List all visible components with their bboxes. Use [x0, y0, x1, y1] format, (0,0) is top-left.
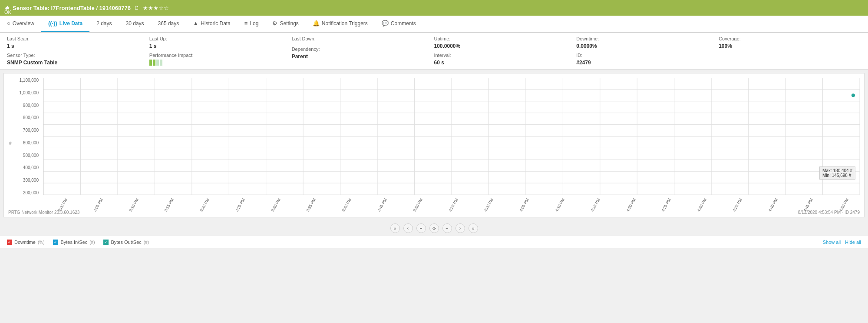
tab-label-overview: Overview: [13, 20, 34, 27]
copy-icon[interactable]: 🗋: [134, 5, 139, 11]
legend-unit-bytes-in: (#): [89, 240, 95, 245]
legend-unit-downtime: (%): [38, 240, 45, 245]
tab-icon-comments: 💬: [382, 20, 389, 27]
perf-bar-2: [153, 60, 155, 66]
y-label: 1,100,000: [8, 78, 39, 83]
tab-icon-notification-triggers: 🔔: [313, 20, 320, 27]
tab-overview[interactable]: ○Overview: [0, 16, 41, 32]
interval-value: 60 s: [434, 60, 576, 66]
header-status: OK: [4, 10, 11, 15]
nav-btn-next[interactable]: ›: [455, 223, 465, 233]
check-mark: ✓: [104, 240, 108, 244]
tab-log[interactable]: ≡Log: [238, 16, 266, 32]
legend-items: ✓Downtime (%)✓Bytes In/Sec (#)✓Bytes Out…: [7, 240, 814, 245]
tab-comments[interactable]: 💬Comments: [375, 16, 423, 32]
x-axis-labels: 3:00 PM3:05 PM3:10 PM3:15 PM3:20 PM3:25 …: [43, 195, 860, 208]
tab-historic-data[interactable]: ▲Historic Data: [186, 16, 238, 32]
legend-item-bytes-out: ✓Bytes Out/Sec (#): [103, 240, 149, 245]
chart-container: # 1,100,0001,000,000900,000800,000700,00…: [8, 78, 860, 208]
interval-label: Interval:: [434, 53, 576, 58]
id-value: #2479: [576, 60, 719, 66]
nav-btn-zoom-in[interactable]: +: [416, 223, 426, 233]
y-label: 1,000,000: [8, 90, 39, 95]
legend-label-bytes-in: Bytes In/Sec: [60, 240, 87, 245]
tab-settings[interactable]: ⚙Settings: [265, 16, 305, 32]
y-axis-labels: 1,100,0001,000,000900,000800,000700,0006…: [8, 78, 41, 195]
tab-label-live-data: Live Data: [59, 20, 83, 27]
last-down-label: Last Down:: [292, 36, 434, 41]
tab-icon-overview: ○: [7, 20, 10, 27]
perf-bars: [149, 60, 292, 66]
info-col-2: Last Up: 1 s Performance Impact:: [149, 36, 292, 66]
header-bar: ✱ Sensor Table: I7FrontendTable / 191406…: [0, 0, 868, 16]
tab-icon-settings: ⚙: [272, 20, 277, 27]
downtime-label: Downtime:: [576, 36, 719, 41]
tab-365days[interactable]: 365 days: [151, 16, 186, 32]
downtime-value: 0.0000%: [576, 43, 719, 49]
id-label: ID:: [576, 53, 719, 58]
info-col-5: Downtime: 0.0000% ID: #2479: [576, 36, 719, 66]
tab-30days[interactable]: 30 days: [119, 16, 151, 32]
y-label: 200,000: [8, 190, 39, 195]
chart-inner: Max: 180,404 # Min: 145,698 #: [43, 78, 860, 195]
legend-item-downtime: ✓Downtime (%): [7, 240, 44, 245]
legend-label-bytes-out: Bytes Out/Sec: [111, 240, 141, 245]
nav-btn-refresh[interactable]: ⟳: [429, 223, 439, 233]
tab-label-notification-triggers: Notification Triggers: [322, 20, 368, 27]
tab-notification-triggers[interactable]: 🔔Notification Triggers: [306, 16, 375, 32]
nav-btn-prev[interactable]: ‹: [403, 223, 413, 233]
info-col-6: Coverage: 100%: [719, 36, 861, 66]
tab-label-comments: Comments: [391, 20, 416, 27]
legend-unit-bytes-out: (#): [144, 240, 149, 245]
legend-bar: ✓Downtime (%)✓Bytes In/Sec (#)✓Bytes Out…: [0, 236, 868, 248]
show-all-link[interactable]: Show all: [823, 240, 841, 245]
tab-label-log: Log: [250, 20, 258, 27]
dependency-value: Parent: [292, 53, 434, 60]
legend-checkbox-bytes-out[interactable]: ✓: [103, 240, 109, 245]
last-up-label: Last Up:: [149, 36, 292, 41]
tab-live-data[interactable]: ((·))Live Data: [41, 16, 89, 32]
nav-btn-first[interactable]: «: [390, 223, 400, 233]
last-scan-label: Last Scan:: [7, 36, 149, 41]
chart-svg: [43, 78, 860, 195]
tab-label-settings: Settings: [280, 20, 298, 27]
svg-point-34: [851, 93, 855, 97]
legend-checkbox-downtime[interactable]: ✓: [7, 240, 12, 245]
coverage-value: 100%: [719, 43, 861, 49]
info-col-3: Last Down: Dependency: Parent: [292, 36, 434, 66]
tab-label-historic-data: Historic Data: [201, 20, 231, 27]
y-label: 600,000: [8, 140, 39, 145]
tab-label-365days: 365 days: [158, 20, 179, 27]
perf-impact-label: Performance Impact:: [149, 53, 292, 58]
nav-btn-last[interactable]: »: [469, 223, 478, 233]
star-rating[interactable]: ★★★☆☆: [143, 5, 169, 11]
nav-btn-zoom-out[interactable]: −: [442, 223, 452, 233]
legend-links: Show all Hide all: [823, 240, 861, 245]
sensor-type-label: Sensor Type:: [7, 53, 149, 58]
y-label: 800,000: [8, 115, 39, 120]
y-label: 900,000: [8, 103, 39, 108]
check-mark: ✓: [8, 240, 11, 244]
last-up-value: 1 s: [149, 43, 292, 49]
legend-label-downtime: Downtime: [14, 240, 36, 245]
chart-footer-left: PRTG Network Monitor 20.3.60.1623: [8, 210, 79, 215]
sensor-type-value: SNMP Custom Table: [7, 60, 149, 66]
tab-icon-log: ≡: [244, 20, 248, 27]
header-title: Sensor Table: I7FrontendTable / 19140687…: [13, 5, 131, 11]
tab-icon-live-data: ((·)): [48, 20, 57, 27]
dependency-label: Dependency:: [292, 47, 434, 52]
y-label: 700,000: [8, 128, 39, 133]
info-bar: Last Scan: 1 s Sensor Type: SNMP Custom …: [0, 33, 868, 70]
y-label: 500,000: [8, 153, 39, 158]
legend-checkbox-bytes-in[interactable]: ✓: [53, 240, 58, 245]
y-label: 400,000: [8, 165, 39, 170]
info-col-1: Last Scan: 1 s Sensor Type: SNMP Custom …: [7, 36, 149, 66]
hide-all-link[interactable]: Hide all: [845, 240, 861, 245]
chart-area: # 1,100,0001,000,000900,000800,000700,00…: [3, 73, 865, 217]
tab-2days[interactable]: 2 days: [89, 16, 119, 32]
tab-label-30days: 30 days: [126, 20, 144, 27]
nav-tabs: ○Overview((·))Live Data2 days30 days365 …: [0, 16, 868, 33]
tab-label-2days: 2 days: [96, 20, 112, 27]
info-col-4: Uptime: 100.0000% Interval: 60 s: [434, 36, 576, 66]
uptime-label: Uptime:: [434, 36, 576, 41]
